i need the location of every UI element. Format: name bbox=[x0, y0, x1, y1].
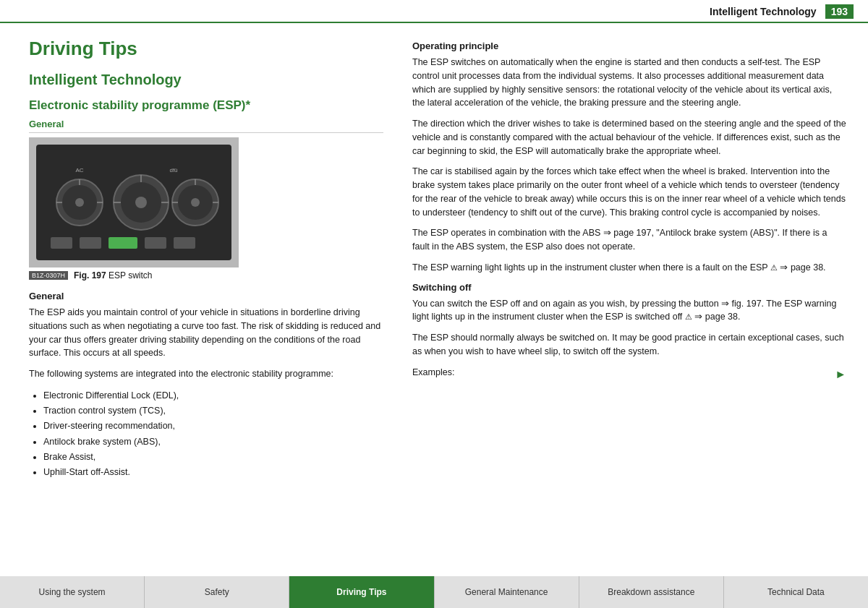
footer-nav-item-technical-data[interactable]: Technical Data bbox=[724, 576, 868, 608]
esp-image: AC dfü bbox=[29, 137, 239, 267]
header-title: Intelligent Technology bbox=[710, 6, 817, 17]
operating-principle-heading: Operating principle bbox=[412, 40, 846, 51]
footer-nav[interactable]: Using the systemSafetyDriving TipsGenera… bbox=[0, 576, 868, 608]
list-item: Electronic Differential Lock (EDL), bbox=[43, 388, 383, 403]
footer-nav-item-breakdown-assistance[interactable]: Breakdown assistance bbox=[579, 576, 724, 608]
page-number: 193 bbox=[825, 4, 854, 19]
list-item: Uphill-Start off-Assist. bbox=[43, 465, 383, 480]
svg-text:dfü: dfü bbox=[169, 167, 177, 174]
list-item: Brake Assist, bbox=[43, 450, 383, 465]
svg-text:AC: AC bbox=[75, 167, 83, 174]
left-column: Driving Tips Intelligent Technology Elec… bbox=[29, 38, 405, 565]
figure-label: Fig. 197 ESP switch bbox=[74, 270, 153, 281]
svg-rect-23 bbox=[145, 237, 166, 249]
svg-rect-24 bbox=[174, 237, 195, 249]
section-title: Intelligent Technology bbox=[29, 72, 383, 88]
op-p2: The direction which the driver wishes to… bbox=[412, 117, 846, 158]
switching-off-p1: You can switch the ESP off and on again … bbox=[412, 297, 846, 325]
main-content: Driving Tips Intelligent Technology Elec… bbox=[0, 23, 868, 573]
subsection-title: Electronic stability programme (ESP)* bbox=[29, 98, 383, 113]
op-p3: The car is stabilised again by the force… bbox=[412, 165, 846, 219]
general-body-text: The ESP aids you maintain control of you… bbox=[29, 306, 383, 360]
list-item: Antilock brake system (ABS), bbox=[43, 434, 383, 450]
footer-nav-item-using-the-system[interactable]: Using the system bbox=[0, 576, 145, 608]
footer-nav-item-safety[interactable]: Safety bbox=[145, 576, 289, 608]
svg-rect-22 bbox=[109, 237, 137, 249]
page-header: Intelligent Technology 193 bbox=[0, 0, 868, 23]
op-p5: The ESP warning light lights up in the i… bbox=[412, 261, 846, 275]
op-p4: The ESP operates in combination with the… bbox=[412, 226, 846, 254]
svg-rect-20 bbox=[51, 237, 72, 249]
svg-rect-21 bbox=[80, 237, 101, 249]
switching-off-p2: The ESP should normally always be switch… bbox=[412, 331, 846, 359]
list-item: Traction control system (TCS), bbox=[43, 403, 383, 419]
driving-tips-title: Driving Tips bbox=[29, 38, 383, 60]
op-p1: The ESP switches on automatically when t… bbox=[412, 56, 846, 110]
image-id: B1Z-0307H bbox=[29, 271, 68, 280]
svg-point-4 bbox=[75, 198, 84, 207]
general-heading: General bbox=[29, 119, 383, 133]
switching-off-heading: Switching off bbox=[412, 282, 846, 293]
arrow-right-icon: ► bbox=[835, 366, 846, 383]
right-column: Operating principle The ESP switches on … bbox=[405, 38, 846, 565]
svg-point-16 bbox=[191, 198, 200, 207]
footer-nav-item-general-maintenance[interactable]: General Maintenance bbox=[435, 576, 579, 608]
systems-bullet-list: Electronic Differential Lock (EDL),Tract… bbox=[43, 388, 383, 481]
svg-point-10 bbox=[135, 197, 147, 208]
systems-intro-text: The following systems are integrated int… bbox=[29, 367, 383, 381]
general-bold-heading: General bbox=[29, 291, 383, 301]
footer-nav-item-driving-tips[interactable]: Driving Tips bbox=[289, 576, 434, 608]
examples-label: Examples: ► bbox=[412, 366, 846, 380]
list-item: Driver-steering recommendation, bbox=[43, 419, 383, 434]
image-caption-row: B1Z-0307H Fig. 197 ESP switch bbox=[29, 270, 383, 281]
